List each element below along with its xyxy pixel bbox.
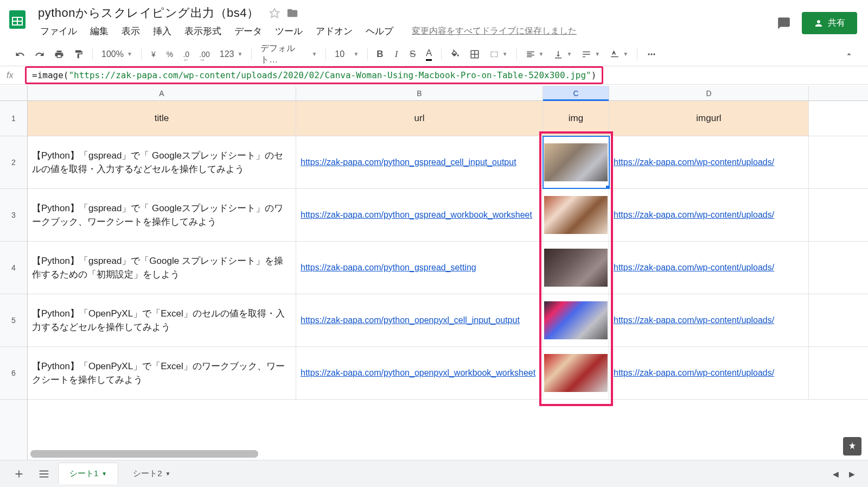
vertical-align-button[interactable]: ▼ [549, 47, 576, 61]
menu-insert[interactable]: 挿入 [148, 23, 177, 40]
formula-bar: fx =image("https://zak-papa.com/wp-conte… [0, 66, 868, 85]
text-rotation-button[interactable]: ▼ [605, 47, 633, 61]
text-color-button[interactable]: A [422, 46, 437, 62]
svg-marker-4 [270, 9, 279, 18]
text-wrap-button[interactable]: ▼ [577, 47, 604, 61]
save-status[interactable]: 変更内容をすべてドライブに保存しました [412, 26, 577, 37]
menu-edit[interactable]: 編集 [85, 23, 114, 40]
strikethrough-button[interactable]: S [405, 46, 420, 62]
share-label: 共有 [828, 17, 845, 29]
italic-button[interactable]: I [389, 46, 404, 62]
undo-button[interactable] [11, 46, 29, 62]
menu-format[interactable]: 表示形式 [179, 23, 227, 40]
horizontal-align-button[interactable]: ▼ [521, 47, 548, 61]
menu-help[interactable]: ヘルプ [360, 23, 399, 40]
font-select[interactable]: デフォルト…▼ [256, 41, 321, 68]
document-title[interactable]: pythonからスクレイピング出力（bs4） [35, 4, 263, 22]
fx-icon: fx [7, 71, 25, 80]
fill-color-button[interactable] [446, 46, 464, 62]
percent-button[interactable]: % [162, 46, 177, 62]
borders-button[interactable] [465, 46, 484, 62]
paint-format-button[interactable] [69, 46, 88, 62]
star-icon[interactable] [269, 8, 280, 18]
collapse-toolbar-button[interactable] [841, 46, 857, 62]
font-size-select[interactable]: 10▼ [330, 47, 363, 61]
print-button[interactable] [50, 46, 68, 62]
zoom-select[interactable]: 100%▼ [97, 47, 137, 61]
svg-point-8 [648, 53, 650, 55]
merge-cells-button[interactable]: ▼ [485, 47, 512, 61]
menu-addons[interactable]: アドオン [310, 23, 358, 40]
menu-view[interactable]: 表示 [116, 23, 145, 40]
formula-input[interactable]: =image("https://zak-papa.com/wp-content/… [25, 66, 603, 84]
share-button[interactable]: 共有 [802, 12, 857, 34]
toolbar: 100%▼ ¥ % .0← .00→ 123▼ デフォルト…▼ 10▼ B I … [0, 42, 868, 66]
format-more-button[interactable]: 123▼ [215, 47, 247, 61]
svg-point-9 [651, 53, 653, 55]
svg-point-10 [654, 53, 655, 55]
menu-file[interactable]: ファイル [35, 23, 82, 40]
menu-bar: ファイル 編集 表示 挿入 表示形式 データ ツール アドオン ヘルプ 変更内容… [35, 23, 777, 39]
more-toolbar-button[interactable] [642, 46, 661, 62]
folder-icon[interactable] [286, 7, 298, 19]
redo-button[interactable] [30, 46, 49, 62]
sheets-logo[interactable] [4, 7, 30, 33]
bold-button[interactable]: B [372, 46, 387, 62]
increase-decimal-button[interactable]: .00→ [195, 46, 214, 62]
menu-tools[interactable]: ツール [270, 23, 308, 40]
comments-icon[interactable] [777, 16, 791, 30]
currency-button[interactable]: ¥ [146, 46, 161, 62]
decrease-decimal-button[interactable]: .0← [178, 46, 194, 62]
menu-data[interactable]: データ [229, 23, 267, 40]
